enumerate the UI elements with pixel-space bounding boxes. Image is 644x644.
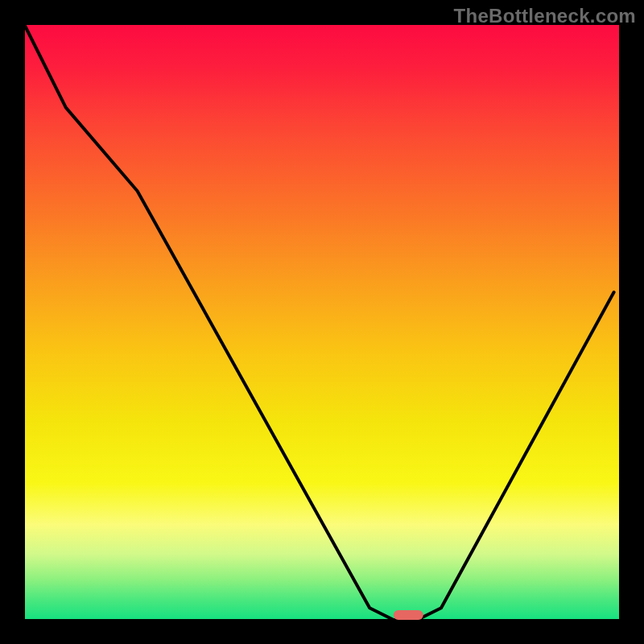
chart-container: TheBottleneck.com [0,0,644,644]
bottleneck-chart [0,0,644,644]
highlight-segment [394,610,423,620]
plot-background [24,24,620,620]
watermark-text: TheBottleneck.com [454,5,636,27]
